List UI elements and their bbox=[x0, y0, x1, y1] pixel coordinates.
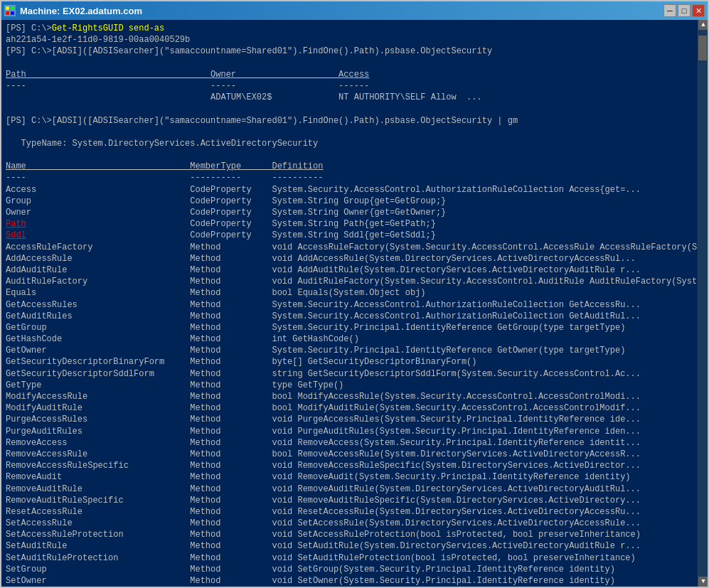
maximize-button[interactable]: □ bbox=[678, 4, 691, 17]
terminal-blank-2 bbox=[6, 103, 691, 114]
terminal-row-getowner: GetOwner Method System.Security.Principa… bbox=[6, 345, 691, 356]
terminal-row-auditrulefactory: AuditRuleFactory Method void AuditRuleFa… bbox=[6, 276, 691, 287]
terminal-area[interactable]: ▲ ▼ [PS] C:\>Get-RightsGUID send-as ah22… bbox=[1, 20, 708, 587]
window-icon bbox=[4, 5, 16, 16]
terminal-row-addaccessrule: AddAccessRule Method void AddAccessRule(… bbox=[6, 253, 691, 264]
terminal-line-gm: [PS] C:\>[ADSI]([ADSISearcher]("samaccou… bbox=[6, 115, 691, 127]
terminal-content: [PS] C:\>Get-RightsGUID send-as ah221a54… bbox=[6, 23, 703, 587]
terminal-row-setgroup: SetGroup Method void SetGroup(System.Sec… bbox=[6, 564, 691, 575]
title-bar: Machine: EX02.adatum.com ─ □ ✕ bbox=[1, 1, 708, 20]
terminal-row-removeaudit: RemoveAudit Method void RemoveAudit(Syst… bbox=[6, 471, 691, 483]
terminal-col-divider: ---- ---------- ---------- bbox=[6, 172, 691, 183]
terminal-row-equals: Equals Method bool Equals(System.Object … bbox=[6, 287, 691, 299]
terminal-row-removeaccess: RemoveAccess Method void RemoveAccess(Sy… bbox=[6, 437, 691, 449]
terminal-row-resetaccessrule: ResetAccessRule Method void ResetAccessR… bbox=[6, 506, 691, 518]
terminal-row-access: Access CodeProperty System.Security.Acce… bbox=[6, 184, 691, 196]
terminal-blank-1 bbox=[6, 58, 691, 69]
terminal-col-headers: Name MemberType Definition bbox=[6, 161, 691, 172]
terminal-line-2: ah221a54-1e2f-11d0-9819-00aa0040529b bbox=[6, 34, 691, 46]
terminal-row-removeaccessrulespecific: RemoveAccessRuleSpecific Method void Rem… bbox=[6, 460, 691, 471]
terminal-row-addauditrule: AddAuditRule Method void AddAuditRule(Sy… bbox=[6, 264, 691, 276]
terminal-header-row: Path Owner Access bbox=[6, 69, 691, 80]
svg-rect-2 bbox=[6, 11, 9, 15]
svg-rect-1 bbox=[11, 6, 14, 10]
terminal-row-gettype: GetType Method type GetType() bbox=[6, 380, 691, 391]
window-title: Machine: EX02.adatum.com bbox=[20, 6, 142, 16]
scrollbar-track[interactable] bbox=[698, 30, 708, 577]
scrollbar-thumb[interactable] bbox=[698, 36, 707, 60]
title-bar-left: Machine: EX02.adatum.com bbox=[4, 5, 142, 16]
terminal-row-purgeaccessrules: PurgeAccessRules Method void PurgeAccess… bbox=[6, 414, 691, 425]
main-window: Machine: EX02.adatum.com ─ □ ✕ ▲ ▼ [PS] … bbox=[0, 0, 709, 588]
terminal-line-3: [PS] C:\>[ADSI]([ADSISearcher]("samaccou… bbox=[6, 46, 691, 57]
terminal-row-setaccessruleprotection: SetAccessRuleProtection Method void SetA… bbox=[6, 529, 691, 540]
scroll-up-arrow[interactable]: ▲ bbox=[698, 20, 708, 30]
scroll-down-arrow[interactable]: ▼ bbox=[698, 577, 708, 587]
terminal-blank-3 bbox=[6, 127, 691, 138]
terminal-row-getaccessrules: GetAccessRules Method System.Security.Ac… bbox=[6, 299, 691, 311]
terminal-typename: TypeName: System.DirectoryServices.Activ… bbox=[6, 138, 691, 149]
terminal-data-row: ADATUM\EX02$ NT AUTHORITY\SELF Allow ... bbox=[6, 92, 691, 103]
terminal-row-getauditrules: GetAuditRules Method System.Security.Acc… bbox=[6, 311, 691, 322]
terminal-row-owner: Owner CodeProperty System.String Owner{g… bbox=[6, 207, 691, 218]
scrollbar[interactable]: ▲ ▼ bbox=[698, 20, 708, 587]
terminal-row-group: Group CodeProperty System.String Group{g… bbox=[6, 196, 691, 207]
terminal-divider-1: ---- ----- ------ bbox=[6, 80, 691, 92]
terminal-row-getgroup: GetGroup Method System.Security.Principa… bbox=[6, 322, 691, 333]
close-button[interactable]: ✕ bbox=[692, 4, 705, 17]
svg-rect-0 bbox=[6, 6, 9, 10]
terminal-row-setauditruleprotection: SetAuditRuleProtection Method void SetAu… bbox=[6, 552, 691, 564]
terminal-row-purgeauditrules: PurgeAuditRules Method void PurgeAuditRu… bbox=[6, 426, 691, 437]
terminal-row-removeauditrule: RemoveAuditRule Method void RemoveAuditR… bbox=[6, 483, 691, 495]
terminal-row-setaccessrule: SetAccessRule Method void SetAccessRule(… bbox=[6, 518, 691, 529]
terminal-row-sddl: Sddl CodeProperty System.String Sddl{get… bbox=[6, 230, 691, 241]
terminal-row-setauditrule: SetAuditRule Method void SetAuditRule(Sy… bbox=[6, 540, 691, 552]
terminal-row-gethashcode: GetHashCode Method int GetHashCode() bbox=[6, 333, 691, 345]
terminal-line-1: [PS] C:\>Get-RightsGUID send-as bbox=[6, 23, 691, 34]
terminal-row-removeaccessrule: RemoveAccessRule Method bool RemoveAcces… bbox=[6, 449, 691, 460]
terminal-row-getsecuritybinary: GetSecurityDescriptorBinaryForm Method b… bbox=[6, 356, 691, 368]
terminal-row-modifyauditrule: ModifyAuditRule Method bool ModifyAuditR… bbox=[6, 402, 691, 414]
terminal-row-removeauditrulespecific: RemoveAuditRuleSpecific Method void Remo… bbox=[6, 495, 691, 506]
terminal-row-accessrulefactory: AccessRuleFactory Method void AccessRule… bbox=[6, 242, 691, 253]
terminal-blank-4 bbox=[6, 149, 691, 161]
terminal-row-path: Path CodeProperty System.String Path{get… bbox=[6, 218, 691, 230]
title-buttons: ─ □ ✕ bbox=[663, 4, 705, 17]
terminal-row-setowner: SetOwner Method void SetOwner(System.Sec… bbox=[6, 575, 691, 587]
terminal-row-getsecuritysddl: GetSecurityDescriptorSddlForm Method str… bbox=[6, 368, 691, 380]
terminal-row-modifyaccessrule: ModifyAccessRule Method bool ModifyAcces… bbox=[6, 391, 691, 402]
svg-rect-3 bbox=[11, 11, 14, 15]
minimize-button[interactable]: ─ bbox=[663, 4, 676, 17]
